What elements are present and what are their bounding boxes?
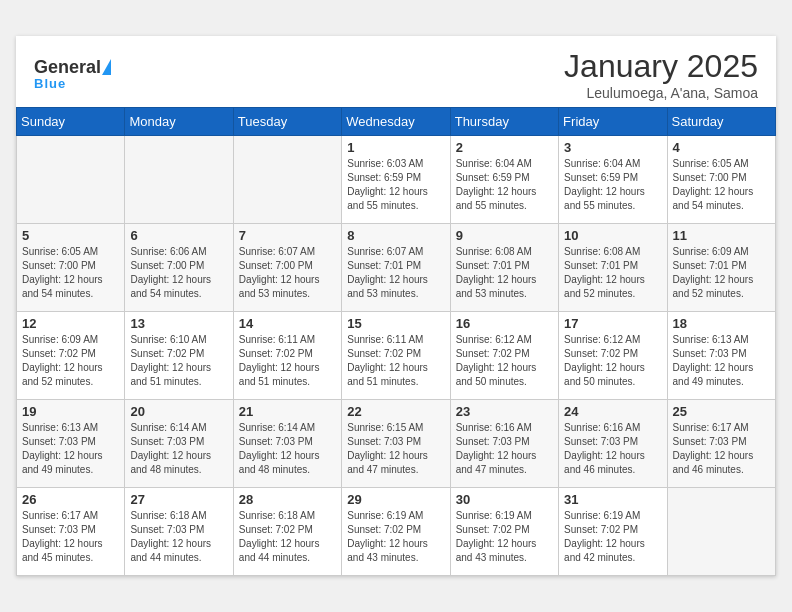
day-number: 27	[130, 492, 227, 507]
day-number: 26	[22, 492, 119, 507]
day-info: Sunrise: 6:15 AM Sunset: 7:03 PM Dayligh…	[347, 421, 444, 477]
calendar-day-cell: 8Sunrise: 6:07 AM Sunset: 7:01 PM Daylig…	[342, 224, 450, 312]
day-number: 14	[239, 316, 336, 331]
day-number: 1	[347, 140, 444, 155]
logo-icon	[102, 59, 111, 75]
calendar-week-row: 26Sunrise: 6:17 AM Sunset: 7:03 PM Dayli…	[17, 488, 776, 576]
calendar-day-cell: 14Sunrise: 6:11 AM Sunset: 7:02 PM Dayli…	[233, 312, 341, 400]
logo: General Blue	[34, 58, 113, 91]
calendar-day-cell: 28Sunrise: 6:18 AM Sunset: 7:02 PM Dayli…	[233, 488, 341, 576]
calendar-day-cell: 24Sunrise: 6:16 AM Sunset: 7:03 PM Dayli…	[559, 400, 667, 488]
calendar-day-cell	[233, 136, 341, 224]
calendar-day-cell: 7Sunrise: 6:07 AM Sunset: 7:00 PM Daylig…	[233, 224, 341, 312]
calendar-day-cell: 6Sunrise: 6:06 AM Sunset: 7:00 PM Daylig…	[125, 224, 233, 312]
day-info: Sunrise: 6:11 AM Sunset: 7:02 PM Dayligh…	[347, 333, 444, 389]
day-info: Sunrise: 6:07 AM Sunset: 7:01 PM Dayligh…	[347, 245, 444, 301]
calendar-day-cell: 3Sunrise: 6:04 AM Sunset: 6:59 PM Daylig…	[559, 136, 667, 224]
day-info: Sunrise: 6:10 AM Sunset: 7:02 PM Dayligh…	[130, 333, 227, 389]
calendar-day-cell: 23Sunrise: 6:16 AM Sunset: 7:03 PM Dayli…	[450, 400, 558, 488]
day-info: Sunrise: 6:19 AM Sunset: 7:02 PM Dayligh…	[347, 509, 444, 565]
day-number: 20	[130, 404, 227, 419]
day-of-week-header: Saturday	[667, 108, 775, 136]
day-info: Sunrise: 6:05 AM Sunset: 7:00 PM Dayligh…	[673, 157, 770, 213]
day-number: 17	[564, 316, 661, 331]
calendar-day-cell: 22Sunrise: 6:15 AM Sunset: 7:03 PM Dayli…	[342, 400, 450, 488]
day-info: Sunrise: 6:17 AM Sunset: 7:03 PM Dayligh…	[673, 421, 770, 477]
day-info: Sunrise: 6:19 AM Sunset: 7:02 PM Dayligh…	[456, 509, 553, 565]
day-number: 28	[239, 492, 336, 507]
day-info: Sunrise: 6:12 AM Sunset: 7:02 PM Dayligh…	[456, 333, 553, 389]
calendar-week-row: 12Sunrise: 6:09 AM Sunset: 7:02 PM Dayli…	[17, 312, 776, 400]
calendar-day-cell	[17, 136, 125, 224]
day-number: 10	[564, 228, 661, 243]
calendar-day-cell: 30Sunrise: 6:19 AM Sunset: 7:02 PM Dayli…	[450, 488, 558, 576]
calendar-table: SundayMondayTuesdayWednesdayThursdayFrid…	[16, 107, 776, 576]
day-info: Sunrise: 6:12 AM Sunset: 7:02 PM Dayligh…	[564, 333, 661, 389]
calendar-week-row: 1Sunrise: 6:03 AM Sunset: 6:59 PM Daylig…	[17, 136, 776, 224]
day-info: Sunrise: 6:13 AM Sunset: 7:03 PM Dayligh…	[673, 333, 770, 389]
day-number: 18	[673, 316, 770, 331]
location: Leulumoega, A'ana, Samoa	[564, 85, 758, 101]
day-of-week-header: Sunday	[17, 108, 125, 136]
calendar-day-cell: 16Sunrise: 6:12 AM Sunset: 7:02 PM Dayli…	[450, 312, 558, 400]
day-info: Sunrise: 6:07 AM Sunset: 7:00 PM Dayligh…	[239, 245, 336, 301]
day-of-week-header: Thursday	[450, 108, 558, 136]
calendar-day-cell: 17Sunrise: 6:12 AM Sunset: 7:02 PM Dayli…	[559, 312, 667, 400]
calendar-day-cell: 27Sunrise: 6:18 AM Sunset: 7:03 PM Dayli…	[125, 488, 233, 576]
day-info: Sunrise: 6:06 AM Sunset: 7:00 PM Dayligh…	[130, 245, 227, 301]
day-of-week-header: Tuesday	[233, 108, 341, 136]
day-info: Sunrise: 6:14 AM Sunset: 7:03 PM Dayligh…	[130, 421, 227, 477]
day-info: Sunrise: 6:17 AM Sunset: 7:03 PM Dayligh…	[22, 509, 119, 565]
day-number: 16	[456, 316, 553, 331]
calendar-day-cell: 2Sunrise: 6:04 AM Sunset: 6:59 PM Daylig…	[450, 136, 558, 224]
day-number: 11	[673, 228, 770, 243]
day-number: 9	[456, 228, 553, 243]
day-number: 25	[673, 404, 770, 419]
calendar-day-cell: 13Sunrise: 6:10 AM Sunset: 7:02 PM Dayli…	[125, 312, 233, 400]
calendar-day-cell: 1Sunrise: 6:03 AM Sunset: 6:59 PM Daylig…	[342, 136, 450, 224]
calendar-day-cell: 31Sunrise: 6:19 AM Sunset: 7:02 PM Dayli…	[559, 488, 667, 576]
day-number: 22	[347, 404, 444, 419]
day-number: 7	[239, 228, 336, 243]
calendar-day-cell: 18Sunrise: 6:13 AM Sunset: 7:03 PM Dayli…	[667, 312, 775, 400]
day-number: 30	[456, 492, 553, 507]
calendar-day-cell	[125, 136, 233, 224]
day-info: Sunrise: 6:18 AM Sunset: 7:02 PM Dayligh…	[239, 509, 336, 565]
calendar-day-cell: 20Sunrise: 6:14 AM Sunset: 7:03 PM Dayli…	[125, 400, 233, 488]
day-of-week-header: Wednesday	[342, 108, 450, 136]
day-number: 12	[22, 316, 119, 331]
calendar-day-cell: 29Sunrise: 6:19 AM Sunset: 7:02 PM Dayli…	[342, 488, 450, 576]
calendar-day-cell: 9Sunrise: 6:08 AM Sunset: 7:01 PM Daylig…	[450, 224, 558, 312]
calendar-week-row: 5Sunrise: 6:05 AM Sunset: 7:00 PM Daylig…	[17, 224, 776, 312]
logo-general: General	[34, 58, 101, 76]
day-number: 5	[22, 228, 119, 243]
day-info: Sunrise: 6:03 AM Sunset: 6:59 PM Dayligh…	[347, 157, 444, 213]
calendar-day-cell: 12Sunrise: 6:09 AM Sunset: 7:02 PM Dayli…	[17, 312, 125, 400]
day-number: 3	[564, 140, 661, 155]
month-title: January 2025	[564, 48, 758, 85]
day-number: 24	[564, 404, 661, 419]
calendar-container: General Blue January 2025 Leulumoega, A'…	[16, 36, 776, 576]
day-info: Sunrise: 6:04 AM Sunset: 6:59 PM Dayligh…	[564, 157, 661, 213]
day-info: Sunrise: 6:05 AM Sunset: 7:00 PM Dayligh…	[22, 245, 119, 301]
day-info: Sunrise: 6:09 AM Sunset: 7:02 PM Dayligh…	[22, 333, 119, 389]
calendar-week-row: 19Sunrise: 6:13 AM Sunset: 7:03 PM Dayli…	[17, 400, 776, 488]
day-number: 2	[456, 140, 553, 155]
calendar-day-cell	[667, 488, 775, 576]
day-info: Sunrise: 6:14 AM Sunset: 7:03 PM Dayligh…	[239, 421, 336, 477]
logo-blue: Blue	[34, 76, 66, 91]
day-of-week-header: Monday	[125, 108, 233, 136]
day-info: Sunrise: 6:19 AM Sunset: 7:02 PM Dayligh…	[564, 509, 661, 565]
calendar-day-cell: 25Sunrise: 6:17 AM Sunset: 7:03 PM Dayli…	[667, 400, 775, 488]
day-number: 4	[673, 140, 770, 155]
day-number: 13	[130, 316, 227, 331]
day-of-week-header: Friday	[559, 108, 667, 136]
day-info: Sunrise: 6:04 AM Sunset: 6:59 PM Dayligh…	[456, 157, 553, 213]
day-info: Sunrise: 6:09 AM Sunset: 7:01 PM Dayligh…	[673, 245, 770, 301]
day-info: Sunrise: 6:18 AM Sunset: 7:03 PM Dayligh…	[130, 509, 227, 565]
calendar-body: 1Sunrise: 6:03 AM Sunset: 6:59 PM Daylig…	[17, 136, 776, 576]
day-number: 8	[347, 228, 444, 243]
day-number: 21	[239, 404, 336, 419]
day-info: Sunrise: 6:13 AM Sunset: 7:03 PM Dayligh…	[22, 421, 119, 477]
calendar-day-cell: 15Sunrise: 6:11 AM Sunset: 7:02 PM Dayli…	[342, 312, 450, 400]
